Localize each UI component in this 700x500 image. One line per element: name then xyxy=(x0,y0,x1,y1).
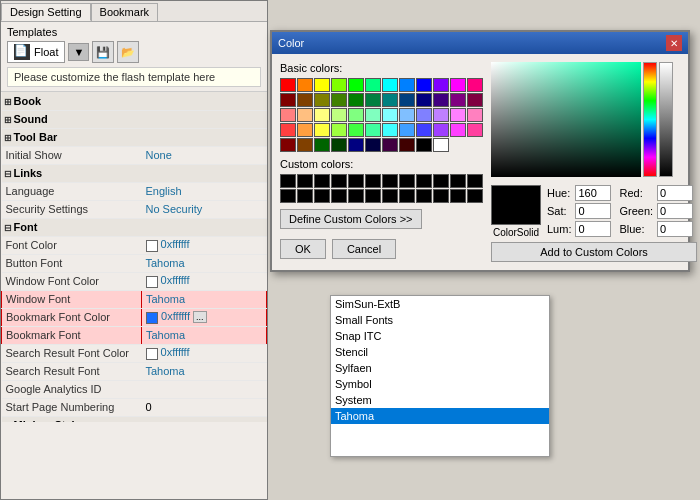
basic-color-cell[interactable] xyxy=(314,93,330,107)
basic-color-cell[interactable] xyxy=(348,108,364,122)
hue-input[interactable] xyxy=(575,185,611,201)
font-list-item[interactable]: Symbol xyxy=(331,376,549,392)
value-start-page[interactable]: 0 xyxy=(142,398,267,416)
basic-color-cell[interactable] xyxy=(416,123,432,137)
value-window-font[interactable]: Tahoma xyxy=(142,290,267,308)
basic-color-cell[interactable] xyxy=(433,93,449,107)
tab-design-setting[interactable]: Design Setting xyxy=(1,3,91,21)
basic-color-cell[interactable] xyxy=(433,138,449,152)
basic-color-cell[interactable] xyxy=(297,123,313,137)
value-search-result-font[interactable]: Tahoma xyxy=(142,362,267,380)
spectrum-gradient[interactable] xyxy=(491,62,641,177)
custom-color-cell[interactable] xyxy=(297,189,313,203)
basic-color-cell[interactable] xyxy=(297,138,313,152)
basic-color-cell[interactable] xyxy=(365,138,381,152)
basic-color-cell[interactable] xyxy=(365,123,381,137)
blue-input[interactable] xyxy=(657,221,693,237)
custom-color-cell[interactable] xyxy=(467,174,483,188)
basic-color-cell[interactable] xyxy=(382,78,398,92)
font-list-item[interactable]: Small Fonts xyxy=(331,312,549,328)
basic-color-cell[interactable] xyxy=(297,93,313,107)
sat-input[interactable] xyxy=(575,203,611,219)
basic-color-cell[interactable] xyxy=(433,78,449,92)
font-list-item[interactable]: Sylfaen xyxy=(331,360,549,376)
basic-color-cell[interactable] xyxy=(314,108,330,122)
basic-color-cell[interactable] xyxy=(450,93,466,107)
basic-color-cell[interactable] xyxy=(348,123,364,137)
basic-color-cell[interactable] xyxy=(399,108,415,122)
red-input[interactable] xyxy=(657,185,693,201)
custom-color-cell[interactable] xyxy=(331,174,347,188)
tab-bookmark[interactable]: Bookmark xyxy=(91,3,159,21)
custom-color-cell[interactable] xyxy=(280,189,296,203)
basic-color-cell[interactable] xyxy=(280,108,296,122)
add-custom-colors-btn[interactable]: Add to Custom Colors xyxy=(491,242,697,262)
font-list-item[interactable]: Stencil xyxy=(331,344,549,360)
custom-color-cell[interactable] xyxy=(348,189,364,203)
custom-color-cell[interactable] xyxy=(433,189,449,203)
custom-color-cell[interactable] xyxy=(399,174,415,188)
basic-color-cell[interactable] xyxy=(382,93,398,107)
basic-color-cell[interactable] xyxy=(280,138,296,152)
value-initial-show[interactable]: None xyxy=(142,146,267,164)
basic-color-cell[interactable] xyxy=(331,78,347,92)
basic-color-cell[interactable] xyxy=(450,108,466,122)
value-window-font-color[interactable]: 0xffffff xyxy=(142,272,267,290)
font-list-item[interactable]: SimSun-ExtB xyxy=(331,296,549,312)
basic-color-cell[interactable] xyxy=(450,78,466,92)
define-custom-colors-btn[interactable]: Define Custom Colors >> xyxy=(280,209,422,229)
basic-color-cell[interactable] xyxy=(314,138,330,152)
cancel-button[interactable]: Cancel xyxy=(332,239,396,259)
font-list-item[interactable]: System xyxy=(331,392,549,408)
ok-button[interactable]: OK xyxy=(280,239,326,259)
basic-color-cell[interactable] xyxy=(467,108,483,122)
basic-color-cell[interactable] xyxy=(416,138,432,152)
basic-color-cell[interactable] xyxy=(382,123,398,137)
basic-color-cell[interactable] xyxy=(297,108,313,122)
basic-color-cell[interactable] xyxy=(331,123,347,137)
custom-color-cell[interactable] xyxy=(348,174,364,188)
brightness-bar[interactable] xyxy=(659,62,673,177)
settings-scroll[interactable]: ⊞Book ⊞Sound ⊞Tool Bar Initial Show None… xyxy=(1,92,267,422)
float-button[interactable]: 📄 Float xyxy=(7,41,65,63)
custom-color-cell[interactable] xyxy=(314,174,330,188)
basic-color-cell[interactable] xyxy=(399,93,415,107)
custom-color-cell[interactable] xyxy=(365,189,381,203)
custom-color-cell[interactable] xyxy=(331,189,347,203)
basic-color-cell[interactable] xyxy=(467,123,483,137)
lum-input[interactable] xyxy=(575,221,611,237)
font-list-item[interactable]: Tahoma xyxy=(331,408,549,424)
custom-color-cell[interactable] xyxy=(467,189,483,203)
custom-color-cell[interactable] xyxy=(382,189,398,203)
save-icon-btn[interactable]: 💾 xyxy=(92,41,114,63)
hue-bar[interactable] xyxy=(643,62,657,177)
basic-color-cell[interactable] xyxy=(280,123,296,137)
basic-color-cell[interactable] xyxy=(314,78,330,92)
custom-color-cell[interactable] xyxy=(433,174,449,188)
basic-color-cell[interactable] xyxy=(365,108,381,122)
basic-color-cell[interactable] xyxy=(467,93,483,107)
basic-color-cell[interactable] xyxy=(331,108,347,122)
value-font-color[interactable]: 0xffffff xyxy=(142,236,267,254)
font-list[interactable]: SimSun-ExtBSmall FontsSnap ITCStencilSyl… xyxy=(331,296,549,456)
basic-color-cell[interactable] xyxy=(348,78,364,92)
basic-color-cell[interactable] xyxy=(416,78,432,92)
basic-color-cell[interactable] xyxy=(331,93,347,107)
custom-color-cell[interactable] xyxy=(280,174,296,188)
value-bookmark-font[interactable]: Tahoma xyxy=(142,326,267,344)
custom-color-cell[interactable] xyxy=(450,189,466,203)
custom-color-cell[interactable] xyxy=(416,174,432,188)
custom-color-cell[interactable] xyxy=(314,189,330,203)
value-bookmark-font-color[interactable]: 0xffffff ... xyxy=(142,308,267,326)
basic-color-cell[interactable] xyxy=(348,138,364,152)
basic-color-cell[interactable] xyxy=(280,93,296,107)
basic-color-cell[interactable] xyxy=(314,123,330,137)
basic-color-cell[interactable] xyxy=(382,108,398,122)
green-input[interactable] xyxy=(657,203,693,219)
color-dialog-close[interactable]: ✕ xyxy=(666,35,682,51)
basic-color-cell[interactable] xyxy=(433,123,449,137)
value-button-font[interactable]: Tahoma xyxy=(142,254,267,272)
custom-color-cell[interactable] xyxy=(382,174,398,188)
basic-color-cell[interactable] xyxy=(382,138,398,152)
basic-color-cell[interactable] xyxy=(365,78,381,92)
